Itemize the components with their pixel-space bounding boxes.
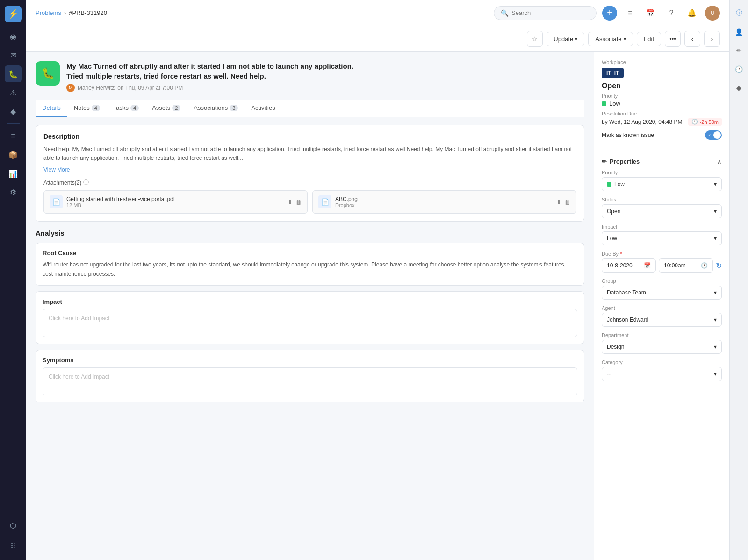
sidebar-item-alerts[interactable]: ⚠ (5, 84, 22, 101)
known-issue-toggle[interactable]: ✓ (705, 130, 722, 140)
status-select[interactable]: Open ▾ (602, 204, 722, 218)
sidebar-item-problems[interactable]: 🐛 (5, 65, 22, 82)
agent-select[interactable]: Johnson Edward ▾ (602, 313, 722, 327)
app-logo[interactable]: ⚡ (5, 6, 22, 22)
tab-assets[interactable]: Assets 2 (145, 100, 187, 117)
list-icon-button[interactable]: ≡ (623, 6, 638, 21)
tab-activities[interactable]: Activities (245, 100, 281, 117)
tabs: Details Notes 4 Tasks 4 Assets 2 Associa… (36, 100, 584, 117)
help-icon-button[interactable]: ? (664, 6, 679, 21)
symptoms-title: Symptoms (43, 357, 577, 364)
impact-field: Impact Low ▾ (602, 224, 722, 245)
tab-notes[interactable]: Notes 4 (67, 100, 107, 117)
diamond-panel-icon[interactable]: ◆ (732, 80, 747, 95)
attachment-info-1: Getting started with freshser -vice port… (66, 196, 284, 208)
author-avatar: M (66, 84, 75, 92)
attachment-info-2: ABC.png Dropbox (335, 196, 553, 208)
search-input[interactable] (511, 9, 590, 16)
properties-header[interactable]: ✏ Properties ∧ (594, 153, 729, 170)
attachment-item-1: 📄 Getting started with freshser -vice po… (43, 190, 308, 214)
agent-chevron-icon: ▾ (714, 316, 717, 323)
breadcrumb-parent[interactable]: Problems (36, 9, 61, 16)
info-icon: ⓘ (83, 179, 89, 187)
sidebar-item-settings[interactable]: ⚙ (5, 184, 22, 201)
properties-collapse-icon: ∧ (717, 158, 722, 165)
group-select[interactable]: Database Team ▾ (602, 286, 722, 300)
update-button[interactable]: Update ▾ (547, 32, 584, 46)
delete-button-2[interactable]: 🗑 (564, 199, 570, 206)
info-panel-icon[interactable]: ⓘ (732, 6, 747, 21)
more-options-button[interactable]: ••• (665, 31, 681, 47)
resolution-label: Resolution Due (602, 111, 722, 116)
sidebar-divider-1 (7, 123, 20, 124)
associate-button[interactable]: Associate ▾ (588, 32, 633, 46)
delete-button-1[interactable]: 🗑 (295, 199, 302, 206)
impact-input[interactable]: Click here to Add Impact (43, 309, 577, 337)
download-button-2[interactable]: ⬇ (556, 199, 561, 206)
workplace-name: IT (614, 70, 619, 76)
known-issue-label: Mark as known issue (602, 132, 654, 138)
next-button[interactable]: › (704, 31, 720, 47)
notification-icon-button[interactable]: 🔔 (684, 6, 699, 21)
description-text: Need help. My Mac Turned off abruptly an… (43, 145, 576, 163)
due-date-input[interactable]: 10-8-2020 📅 (602, 258, 656, 273)
search-box[interactable]: 🔍 (494, 6, 597, 20)
star-button[interactable]: ☆ (527, 31, 543, 47)
attachment-actions-2: ⬇ 🗑 (556, 199, 570, 206)
resolution-row: Resolution Due by Wed, 12 Aug 2020, 04:4… (602, 111, 722, 126)
clock-icon: 🕐 (691, 119, 698, 125)
sidebar-item-grid[interactable]: ⠿ (5, 538, 22, 554)
history-panel-icon[interactable]: 🕐 (732, 62, 747, 77)
sidebar-item-messages[interactable]: ✉ (5, 47, 22, 64)
assets-badge: 2 (172, 105, 180, 111)
sidebar-item-cube[interactable]: ⬡ (5, 517, 22, 534)
workplace-label: Workplace (602, 59, 722, 65)
description-card: Description Need help. My Mac Turned off… (36, 125, 584, 222)
priority-select[interactable]: Low ▾ (602, 177, 722, 191)
issue-header: 🐛 My Mac Turned off abruptly and after i… (36, 61, 584, 92)
due-row: 10-8-2020 📅 10:00am 🕐 ↻ (602, 258, 722, 273)
attachment-size-1: 12 MB (66, 202, 284, 208)
symptoms-input[interactable]: Click here to Add Impact (43, 367, 577, 395)
breadcrumb: Problems › #PRB-331920 (36, 9, 107, 16)
issue-author: Marley Herwitz (78, 85, 115, 91)
attachment-source-2: Dropbox (335, 202, 553, 208)
root-cause-card: Root Cause Wifi router has not upgraded … (36, 243, 584, 285)
priority-dot-icon (602, 101, 606, 106)
tab-associations[interactable]: Associations 3 (187, 100, 245, 117)
prev-button[interactable]: ‹ (684, 31, 700, 47)
sidebar-item-list[interactable]: ≡ (5, 128, 22, 144)
sidebar-item-assets[interactable]: 📦 (5, 146, 22, 163)
analysis-title: Analysis (36, 229, 584, 237)
sidebar-item-home[interactable]: ◉ (5, 28, 22, 45)
priority-value: Low (602, 100, 722, 107)
group-label: Group (602, 278, 722, 284)
tab-details[interactable]: Details (36, 100, 67, 117)
add-button[interactable]: + (602, 6, 617, 21)
impact-title: Impact (43, 298, 577, 305)
root-cause-text: Wifi router has not upgraded for the las… (43, 260, 577, 278)
attachment-actions-1: ⬇ 🗑 (288, 199, 302, 206)
tab-tasks[interactable]: Tasks 4 (107, 100, 145, 117)
refresh-icon[interactable]: ↻ (716, 261, 722, 270)
category-select[interactable]: -- ▾ (602, 367, 722, 381)
sidebar-item-diamond[interactable]: ◆ (5, 103, 22, 120)
workplace-section: Workplace IT IT Open Priority Low (602, 59, 722, 140)
properties-edit-icon: ✏ (602, 158, 607, 165)
workplace-badge: IT IT (602, 68, 624, 78)
status-chevron-icon: ▾ (714, 208, 717, 215)
department-select[interactable]: Design ▾ (602, 340, 722, 354)
edit-button[interactable]: Edit (637, 32, 661, 46)
impact-select[interactable]: Low ▾ (602, 231, 722, 245)
toggle-check-icon: ✓ (707, 133, 711, 138)
edit-panel-icon[interactable]: ✏ (732, 43, 747, 58)
calendar-icon-button[interactable]: 📅 (643, 6, 658, 21)
associate-chevron-icon: ▾ (624, 36, 626, 42)
view-more-link[interactable]: View More (43, 166, 70, 173)
due-time-input[interactable]: 10:00am 🕐 (659, 258, 713, 273)
download-button-1[interactable]: ⬇ (288, 199, 293, 206)
user-panel-icon[interactable]: 👤 (732, 24, 747, 39)
sidebar-item-reports[interactable]: 📊 (5, 165, 22, 182)
user-avatar[interactable]: U (705, 6, 720, 21)
main-area: Problems › #PRB-331920 🔍 + ≡ 📅 ? 🔔 U ☆ U… (26, 0, 729, 560)
